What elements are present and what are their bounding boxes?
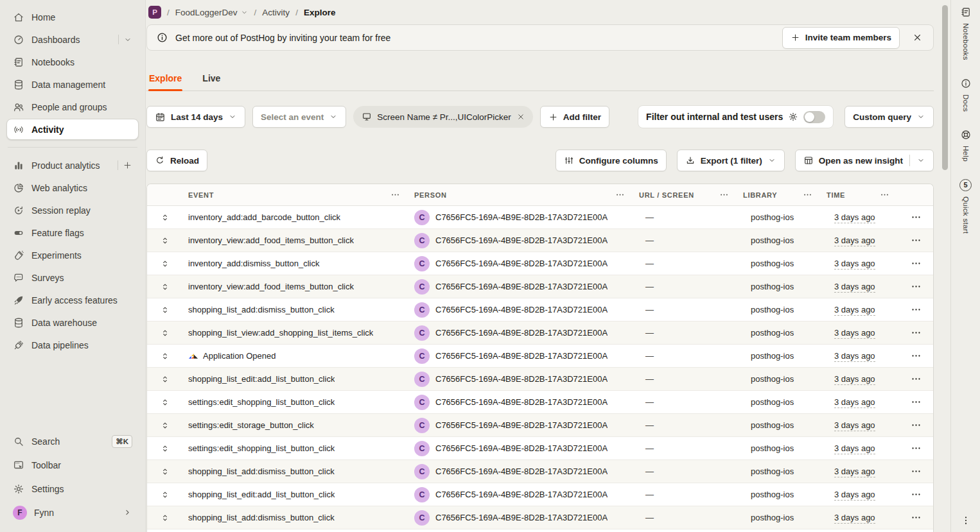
- time-value[interactable]: 3 days ago: [834, 443, 875, 454]
- expand-row-button[interactable]: [160, 513, 170, 523]
- time-value[interactable]: 3 days ago: [834, 490, 875, 501]
- time-value[interactable]: 3 days ago: [834, 513, 875, 524]
- column-menu-icon[interactable]: [615, 190, 625, 200]
- sidebar-item-notebooks[interactable]: Notebooks: [6, 51, 139, 73]
- event-name[interactable]: shopping_list_add:dismiss_button_click: [188, 513, 335, 522]
- event-name[interactable]: settings:edit_shopping_list_button_click: [188, 443, 335, 453]
- person-cell[interactable]: CC7656FC5-169A-4B9E-8D2B-17A3D721E00A: [409, 487, 634, 502]
- expand-row-button[interactable]: [160, 236, 170, 246]
- time-value[interactable]: 3 days ago: [834, 212, 875, 223]
- row-menu-button[interactable]: [911, 466, 922, 477]
- time-value[interactable]: 3 days ago: [834, 467, 875, 477]
- sidebar-item-dashboards[interactable]: Dashboards: [6, 29, 139, 50]
- remove-filter-icon[interactable]: [516, 112, 525, 121]
- rail-item-docs[interactable]: Docs: [960, 78, 972, 112]
- expand-row-button[interactable]: [160, 305, 170, 315]
- row-menu-button[interactable]: [911, 258, 922, 269]
- row-menu-button[interactable]: [911, 373, 922, 384]
- more-options-icon[interactable]: [961, 515, 971, 526]
- person-cell[interactable]: CC7656FC5-169A-4B9E-8D2B-17A3D721E00A: [409, 441, 634, 456]
- breadcrumb-section[interactable]: Activity: [262, 8, 290, 17]
- column-menu-icon[interactable]: [719, 190, 729, 200]
- sidebar-item-data-warehouse[interactable]: Data warehouse: [6, 312, 139, 333]
- internal-users-toggle[interactable]: [803, 111, 825, 123]
- sidebar-item-people-and-groups[interactable]: People and groups: [6, 96, 139, 117]
- chevron-down-icon[interactable]: [916, 156, 925, 165]
- expand-row-button[interactable]: [160, 374, 170, 384]
- event-name[interactable]: shopping_list_view:add_shopping_list_ite…: [188, 328, 373, 338]
- column-menu-icon[interactable]: [803, 190, 812, 200]
- event-name[interactable]: settings:edit_shopping_list_button_click: [188, 397, 335, 407]
- person-cell[interactable]: CC7656FC5-169A-4B9E-8D2B-17A3D721E00A: [409, 325, 634, 341]
- row-menu-button[interactable]: [911, 327, 922, 338]
- sidebar-item-home[interactable]: Home: [6, 6, 139, 28]
- row-menu-button[interactable]: [911, 304, 922, 315]
- time-value[interactable]: 3 days ago: [834, 397, 875, 408]
- person-cell[interactable]: CC7656FC5-169A-4B9E-8D2B-17A3D721E00A: [409, 302, 634, 318]
- custom-query-button[interactable]: Custom query: [844, 106, 934, 128]
- sidebar-item-search[interactable]: Search ⌘K: [6, 431, 139, 452]
- sidebar-item-session-replay[interactable]: Session replay: [6, 200, 139, 221]
- sidebar-item-settings[interactable]: Settings: [6, 478, 139, 499]
- sidebar-item-activity[interactable]: Activity: [6, 119, 139, 140]
- rail-item-notebooks[interactable]: Notebooks: [960, 6, 972, 60]
- event-name[interactable]: inventory_add:dismiss_button_click: [188, 259, 320, 268]
- row-menu-button[interactable]: [911, 212, 922, 223]
- row-menu-button[interactable]: [911, 443, 922, 454]
- time-value[interactable]: 3 days ago: [834, 374, 875, 385]
- event-name[interactable]: shopping_list_edit:add_list_button_click: [188, 374, 335, 384]
- expand-row-button[interactable]: [160, 282, 170, 292]
- breadcrumb-project[interactable]: FoodLoggerDev: [175, 8, 249, 17]
- project-badge[interactable]: P: [148, 6, 161, 19]
- expand-row-button[interactable]: [160, 351, 170, 361]
- screen-name-filter-chip[interactable]: Screen Name ≠ Pr...,UIColorPicker: [353, 106, 532, 128]
- tab-explore[interactable]: Explore: [148, 69, 182, 90]
- export-button[interactable]: Export (1 filter): [677, 150, 785, 171]
- sidebar-item-web-analytics[interactable]: Web analytics: [6, 177, 139, 198]
- person-cell[interactable]: CC7656FC5-169A-4B9E-8D2B-17A3D721E00A: [409, 510, 634, 526]
- sidebar-item-experiments[interactable]: Experiments: [6, 245, 139, 266]
- event-name[interactable]: shopping_list_add:dismiss_button_click: [188, 305, 335, 314]
- add-filter-button[interactable]: Add filter: [540, 106, 609, 128]
- row-menu-button[interactable]: [911, 350, 922, 361]
- expand-row-button[interactable]: [160, 467, 170, 477]
- person-cell[interactable]: CC7656FC5-169A-4B9E-8D2B-17A3D721E00A: [409, 418, 634, 433]
- person-cell[interactable]: CC7656FC5-169A-4B9E-8D2B-17A3D721E00A: [409, 464, 634, 479]
- person-cell[interactable]: CC7656FC5-169A-4B9E-8D2B-17A3D721E00A: [409, 279, 634, 295]
- time-value[interactable]: 3 days ago: [834, 282, 875, 293]
- row-menu-button[interactable]: [911, 489, 922, 500]
- column-menu-icon[interactable]: [390, 190, 400, 200]
- event-name[interactable]: inventory_add:add_barcode_button_click: [188, 212, 340, 222]
- gear-icon[interactable]: [788, 112, 798, 122]
- open-as-new-insight-button[interactable]: Open as new insight: [795, 150, 934, 171]
- sidebar-item-feature-flags[interactable]: Feature flags: [6, 222, 139, 243]
- configure-columns-button[interactable]: Configure columns: [556, 150, 667, 171]
- expand-row-button[interactable]: [160, 328, 170, 338]
- expand-row-button[interactable]: [160, 443, 170, 454]
- person-cell[interactable]: CC7656FC5-169A-4B9E-8D2B-17A3D721E00A: [409, 372, 634, 387]
- sidebar-item-early-access-features[interactable]: Early access features: [6, 289, 139, 311]
- person-cell[interactable]: CC7656FC5-169A-4B9E-8D2B-17A3D721E00A: [409, 395, 634, 410]
- sidebar-item-data-pipelines[interactable]: Data pipelines: [6, 334, 139, 356]
- sidebar-item-user[interactable]: F Fynn: [6, 502, 139, 523]
- rail-item-quick-start[interactable]: 5 Quick start: [959, 179, 972, 234]
- event-name[interactable]: inventory_view:add_food_items_button_cli…: [188, 282, 354, 291]
- person-cell[interactable]: CC7656FC5-169A-4B9E-8D2B-17A3D721E00A: [409, 210, 634, 225]
- reload-button[interactable]: Reload: [146, 150, 207, 171]
- person-cell[interactable]: CC7656FC5-169A-4B9E-8D2B-17A3D721E00A: [409, 256, 634, 271]
- sidebar-item-data-management[interactable]: Data management: [6, 74, 139, 95]
- tab-live[interactable]: Live: [202, 69, 221, 90]
- date-range-button[interactable]: Last 14 days: [146, 106, 245, 128]
- row-menu-button[interactable]: [911, 281, 922, 292]
- sidebar-item-product-analytics[interactable]: Product analytics: [6, 155, 139, 176]
- sidebar-item-toolbar[interactable]: Toolbar: [6, 454, 139, 476]
- column-menu-icon[interactable]: [880, 190, 889, 200]
- expand-row-button[interactable]: [160, 420, 170, 431]
- add-new-button[interactable]: [118, 160, 132, 170]
- invite-team-members-button[interactable]: Invite team members: [782, 27, 900, 49]
- person-cell[interactable]: CC7656FC5-169A-4B9E-8D2B-17A3D721E00A: [409, 348, 634, 364]
- expand-row-button[interactable]: [160, 259, 170, 269]
- row-menu-button[interactable]: [911, 512, 922, 523]
- time-value[interactable]: 3 days ago: [834, 305, 875, 316]
- event-select-button[interactable]: Select an event: [252, 106, 346, 128]
